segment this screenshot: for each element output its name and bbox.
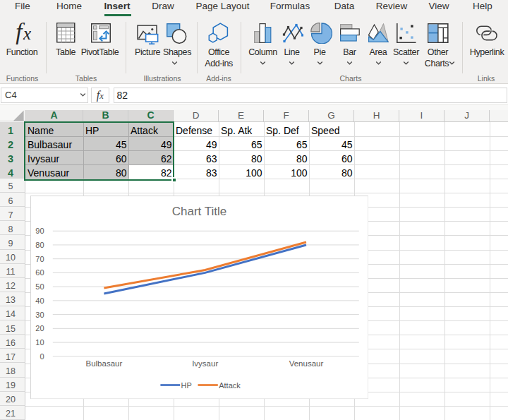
svg-text:Venusaur: Venusaur — [289, 359, 323, 368]
svg-text:50: 50 — [35, 282, 44, 291]
svg-text:Chart Title: Chart Title — [171, 205, 226, 218]
svg-text:70: 70 — [35, 254, 44, 263]
svg-text:Bulbasaur: Bulbasaur — [85, 359, 122, 368]
svg-text:30: 30 — [35, 310, 44, 318]
svg-text:Ivysaur: Ivysaur — [192, 359, 218, 368]
svg-text:Attack: Attack — [219, 380, 241, 389]
svg-text:80: 80 — [35, 240, 44, 248]
svg-text:HP: HP — [181, 380, 191, 389]
svg-text:40: 40 — [35, 296, 44, 304]
svg-text:0: 0 — [40, 352, 44, 360]
svg-text:10: 10 — [35, 338, 44, 347]
svg-text:20: 20 — [35, 324, 44, 332]
svg-text:90: 90 — [35, 227, 44, 235]
svg-text:60: 60 — [35, 268, 44, 277]
